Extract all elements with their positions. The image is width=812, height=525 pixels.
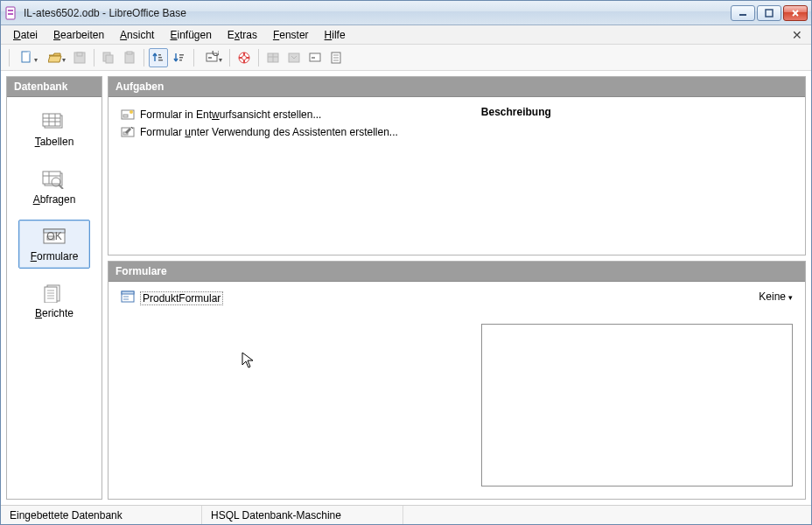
help-button[interactable] — [234, 48, 254, 67]
tasks-panel: Aufgaben Formular in Entwurfsansicht ers… — [108, 76, 806, 256]
status-engine: HSQL Datenbank-Maschine — [202, 506, 403, 524]
svg-rect-64 — [122, 291, 134, 294]
svg-rect-18 — [179, 54, 184, 56]
svg-point-60 — [130, 110, 133, 114]
document-close-icon[interactable]: ✕ — [788, 28, 806, 42]
paste-button[interactable] — [120, 48, 139, 67]
maximize-button[interactable] — [757, 5, 781, 21]
close-button[interactable] — [783, 5, 808, 21]
query-tool-button[interactable] — [284, 48, 304, 67]
title-bar: IL-ates6502.odb - LibreOffice Base — [1, 1, 811, 25]
form-item-name: ProduktFormular — [140, 291, 223, 305]
status-embedded: Eingebettete Datenbank — [1, 506, 202, 524]
sidebar-item-tabellen[interactable]: Tabellen — [18, 104, 90, 155]
menu-hilfe[interactable]: Hilfe — [318, 27, 353, 43]
save-button[interactable] — [70, 48, 89, 67]
preview-mode-dropdown[interactable]: Keine▾ — [481, 290, 793, 308]
task-list: Formular in Entwurfsansicht erstellen...… — [121, 106, 464, 246]
list-item[interactable]: ProduktFormular — [121, 290, 464, 305]
svg-text:OK: OK — [46, 230, 61, 242]
table-tool-button[interactable] — [263, 48, 283, 67]
reports-icon — [42, 283, 66, 304]
menu-fenster[interactable]: Fenster — [266, 27, 316, 43]
menu-bar: Datei Bearbeiten Ansicht Einfügen Extras… — [1, 25, 811, 45]
menu-einfuegen[interactable]: Einfügen — [163, 27, 218, 43]
menu-datei[interactable]: Datei — [6, 27, 45, 43]
queries-icon — [42, 169, 66, 190]
sort-asc-button[interactable] — [149, 48, 168, 67]
svg-rect-12 — [106, 55, 113, 63]
copy-button[interactable] — [99, 48, 118, 67]
report-tool-button[interactable] — [326, 48, 346, 67]
new-button[interactable]: ▾ — [14, 48, 40, 67]
svg-rect-37 — [43, 114, 60, 126]
task-create-wizard[interactable]: Formular unter Verwendung des Assistente… — [121, 123, 464, 141]
database-sidebar: Datenbank Tabellen Abfragen OK Formulare… — [6, 76, 102, 500]
forms-list[interactable]: ProduktFormular — [121, 290, 464, 486]
sidebar-item-berichte[interactable]: Berichte — [18, 276, 90, 326]
svg-rect-7 — [22, 52, 30, 62]
svg-rect-53 — [45, 287, 57, 303]
task-create-design-view[interactable]: Formular in Entwurfsansicht erstellen... — [121, 106, 464, 123]
sidebar-item-formulare[interactable]: OK Formulare — [18, 220, 90, 269]
task-description: Beschreibung — [481, 106, 793, 246]
forms-icon: OK — [42, 226, 66, 247]
form-tool-button[interactable] — [305, 48, 325, 67]
svg-text:OK: OK — [212, 51, 219, 59]
svg-rect-31 — [312, 57, 315, 59]
forms-header: Formulare — [108, 262, 805, 282]
svg-rect-16 — [158, 57, 162, 59]
minimize-button[interactable] — [731, 5, 755, 21]
svg-rect-14 — [127, 52, 132, 54]
form-item-icon — [121, 290, 135, 305]
form-wizard-icon — [121, 125, 135, 139]
forms-panel: Formulare ProduktFormular Keine▾ — [108, 261, 806, 500]
tables-icon — [42, 111, 66, 132]
menu-bearbeiten[interactable]: Bearbeiten — [46, 27, 111, 43]
main-area: Datenbank Tabellen Abfragen OK Formulare… — [1, 71, 811, 505]
description-heading: Beschreibung — [481, 106, 793, 118]
menu-extras[interactable]: Extras — [220, 27, 264, 43]
svg-rect-15 — [158, 54, 161, 56]
open-button[interactable]: ▾ — [42, 48, 68, 67]
sort-desc-button[interactable] — [170, 48, 189, 67]
svg-rect-4 — [766, 10, 773, 17]
menu-ansicht[interactable]: Ansicht — [113, 27, 161, 43]
form-design-icon — [121, 108, 135, 122]
svg-rect-2 — [8, 13, 13, 15]
window-title: IL-ates6502.odb - LibreOffice Base — [24, 7, 731, 19]
form-button[interactable]: OK▾ — [199, 48, 225, 67]
sidebar-header: Datenbank — [7, 77, 102, 97]
svg-rect-10 — [77, 52, 82, 56]
svg-rect-20 — [179, 60, 182, 61]
svg-rect-1 — [8, 10, 13, 11]
svg-rect-59 — [123, 115, 128, 117]
sidebar-item-abfragen[interactable]: Abfragen — [18, 162, 90, 213]
tasks-header: Aufgaben — [108, 77, 805, 97]
svg-rect-17 — [158, 60, 163, 61]
svg-rect-19 — [179, 57, 183, 59]
preview-area — [481, 324, 793, 486]
toolbar: ▾ ▾ OK▾ — [1, 45, 811, 71]
app-icon — [4, 6, 18, 20]
svg-point-25 — [242, 55, 247, 60]
status-bar: Eingebettete Datenbank HSQL Datenbank-Ma… — [1, 505, 811, 524]
status-filler — [403, 506, 811, 524]
